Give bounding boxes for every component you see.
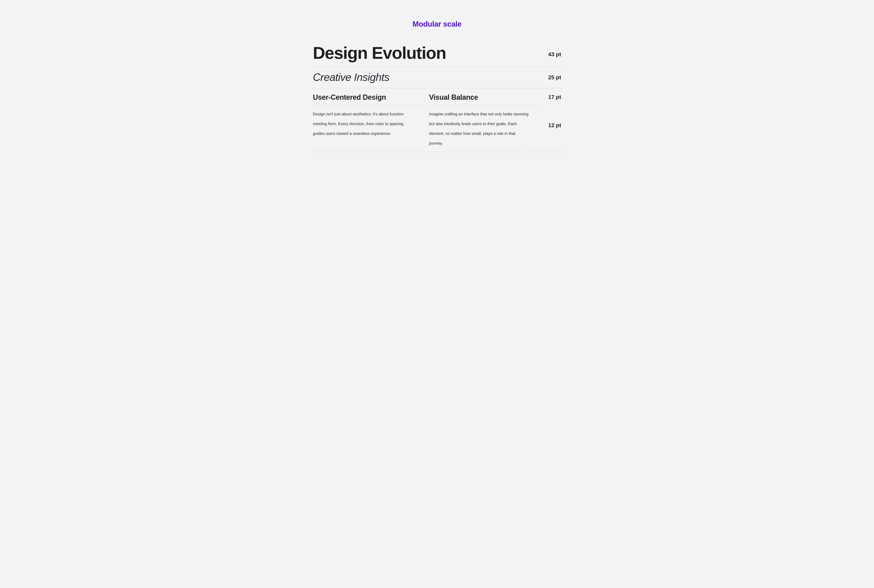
size-label-column: 17 pt 12 pt [537,88,561,152]
page-title: Modular scale [313,20,561,28]
body-sample-left: Design isn't just about aesthetics; it's… [313,106,421,142]
scale-row-h1: Design Evolution 43 pt [313,42,561,66]
column-left: User-Centered Design Design isn't just a… [313,88,421,152]
h1-size-label: 43 pt [544,51,561,58]
h3-sample-left: User-Centered Design [313,88,421,105]
scale-row-h2: Creative Insights 25 pt [313,67,561,88]
h2-sample-text: Creative Insights [313,67,389,88]
h1-sample-text: Design Evolution [313,42,446,66]
column-right: Visual Balance Imagine crafting an inter… [429,88,537,152]
body-size-label: 12 pt [544,122,561,129]
divider [313,152,561,152]
scale-columns: User-Centered Design Design isn't just a… [313,88,561,152]
h3-sample-right: Visual Balance [429,88,537,105]
type-scale-specimen: Modular scale Design Evolution 43 pt Cre… [295,0,579,164]
body-sample-right: Imagine crafting an interface that not o… [429,106,537,152]
h3-size-label: 17 pt [544,94,561,100]
h2-size-label: 25 pt [544,74,561,81]
